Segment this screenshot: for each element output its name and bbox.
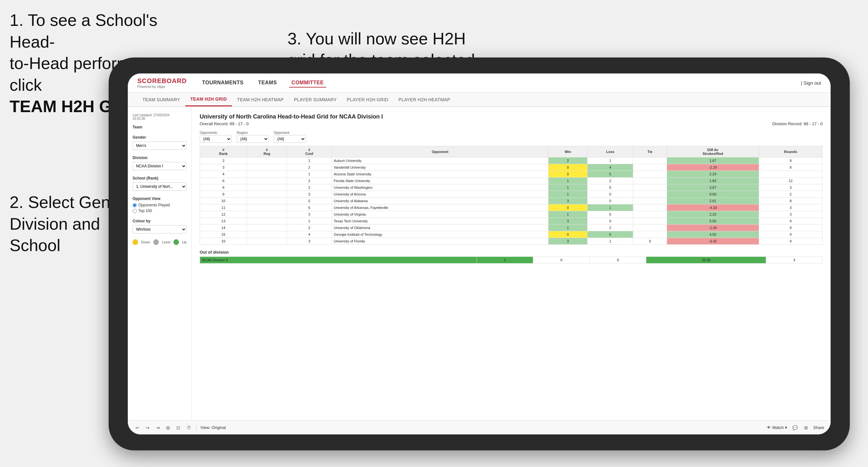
- sub-nav-player-h2h-heatmap[interactable]: PLAYER H2H HEATMAP: [393, 93, 455, 106]
- cell-tie: [633, 198, 667, 205]
- colour-by-select[interactable]: Win/loss: [132, 225, 187, 234]
- table-row: 4 1 Arizona State University 0 5 2.29: [200, 171, 823, 178]
- right-content: University of North Carolina Head-to-Hea…: [192, 107, 831, 421]
- cell-rounds: 9: [759, 224, 822, 231]
- overall-record: Overall Record: 89 - 17 - 0: [200, 121, 249, 126]
- filter-region-label: Region: [237, 131, 269, 134]
- cell-opponent: University of Washington: [332, 184, 548, 191]
- table-row: 15 4 Georgia Institute of Technology 0 5…: [200, 231, 823, 238]
- cell-tie: [633, 205, 667, 211]
- cell-rounds: 9: [759, 157, 822, 164]
- cell-reg: [247, 231, 287, 238]
- app-logo: SCOREBOARD Powered by clippi: [137, 77, 187, 89]
- cell-diff: 9.00: [667, 191, 759, 198]
- ood-rounds: 3: [766, 257, 823, 263]
- cell-diff: 5.56: [667, 218, 759, 224]
- nav-teams[interactable]: TEAMS: [255, 79, 280, 88]
- cell-loss: 0: [588, 218, 633, 224]
- cell-win: 1: [549, 184, 588, 191]
- record-row: Overall Record: 89 - 17 - 0 Division Rec…: [200, 121, 823, 126]
- cell-rank: 3: [200, 164, 247, 171]
- colour-by-label: Colour by: [132, 219, 187, 223]
- cell-tie: [633, 191, 667, 198]
- cell-diff: 1.67: [667, 157, 759, 164]
- filter-opponents-select[interactable]: (All): [200, 135, 231, 143]
- sub-nav-player-h2h-grid[interactable]: PLAYER H2H GRID: [342, 93, 394, 106]
- cell-conf: 3: [287, 238, 332, 245]
- cell-diff: -6.42: [667, 238, 759, 245]
- cell-rank: 16: [200, 238, 247, 245]
- share-button[interactable]: Share: [813, 425, 824, 430]
- nav-committee[interactable]: COMMITTEE: [289, 79, 327, 88]
- table-row: 12 3 University of Virginia 1 0 2.33 3: [200, 211, 823, 218]
- cell-loss: 0: [588, 184, 633, 191]
- cell-win: 0: [549, 231, 588, 238]
- cell-reg: [247, 238, 287, 245]
- cell-opponent: Auburn University: [332, 157, 548, 164]
- cell-win: 1: [549, 224, 588, 231]
- cell-loss: 2: [588, 178, 633, 184]
- cell-opponent: Vanderbilt University: [332, 164, 548, 171]
- clock-button[interactable]: ⏱: [185, 425, 192, 431]
- watch-label: Watch: [772, 425, 784, 430]
- division-select[interactable]: NCAA Division I: [132, 162, 187, 170]
- school-select[interactable]: 1. University of Nort...: [132, 182, 187, 191]
- cell-loss: 0: [588, 211, 633, 218]
- cell-conf: 2: [287, 184, 332, 191]
- cell-conf: 2: [287, 224, 332, 231]
- cell-rank: 13: [200, 218, 247, 224]
- ood-name: NCAA Division II: [200, 257, 477, 263]
- table-row: 13 1 Texas Tech University 3 0 5.56 9: [200, 218, 823, 224]
- cell-conf: 1: [287, 171, 332, 178]
- sub-nav-team-h2h-heatmap[interactable]: TEAM H2H HEATMAP: [232, 93, 289, 106]
- sub-nav-team-h2h-grid[interactable]: TEAM H2H GRID: [185, 93, 232, 106]
- sign-out[interactable]: | Sign out: [801, 80, 821, 86]
- grid-button[interactable]: ⊡: [175, 425, 182, 431]
- cell-tie: [633, 178, 667, 184]
- cell-win: 1: [549, 178, 588, 184]
- table-row: 9 3 University of Arizona 1 0 9.00 2: [200, 191, 823, 198]
- filter-region-select[interactable]: (All): [237, 135, 269, 143]
- legend-level-dot: [153, 239, 159, 245]
- col-rounds: Rounds: [759, 146, 822, 157]
- cell-diff: -2.29: [667, 164, 759, 171]
- annotation-line1: 1. To see a School's Head-: [9, 11, 157, 51]
- cell-rounds: 8: [759, 164, 822, 171]
- view-label: View: Original: [200, 425, 226, 430]
- cell-win: 1: [549, 211, 588, 218]
- forward-button[interactable]: ⇥: [155, 425, 161, 431]
- undo-button[interactable]: ↩: [134, 425, 141, 431]
- cell-conf: 4: [287, 231, 332, 238]
- cell-win: 1: [549, 191, 588, 198]
- filter-opponent-select[interactable]: (All): [274, 135, 306, 143]
- comment-button[interactable]: 💬: [791, 425, 799, 431]
- cell-tie: [633, 171, 667, 178]
- layout-button[interactable]: ⊞: [803, 425, 809, 431]
- col-tie: Tie: [633, 146, 667, 157]
- cell-reg: [247, 178, 287, 184]
- cell-reg: [247, 171, 287, 178]
- legend-up-dot: [174, 239, 179, 245]
- radio-opponents-played[interactable]: Opponents Played: [132, 203, 187, 207]
- colour-by-section: Colour by Win/loss: [132, 219, 187, 234]
- sub-nav-player-summary[interactable]: PLAYER SUMMARY: [289, 93, 342, 106]
- out-of-division-label: Out of division: [200, 250, 823, 255]
- radio-top-100[interactable]: Top 100: [132, 209, 187, 213]
- legend-level-label: Level: [162, 240, 170, 244]
- col-diff: Diff AvStrokes/Rnd: [667, 146, 759, 157]
- tablet-frame: SCOREBOARD Powered by clippi TOURNAMENTS…: [108, 58, 850, 450]
- cell-loss: 4: [588, 164, 633, 171]
- cell-reg: [247, 218, 287, 224]
- nav-tournaments[interactable]: TOURNAMENTS: [199, 79, 246, 88]
- cell-loss: 1: [588, 157, 633, 164]
- sub-nav-team-summary[interactable]: TEAM SUMMARY: [137, 93, 185, 106]
- watch-button[interactable]: 👁 Watch ▾: [767, 425, 787, 430]
- cell-conf: 3: [287, 211, 332, 218]
- redo-button[interactable]: ↪: [145, 425, 151, 431]
- annotation-mid-line3: School: [9, 236, 60, 255]
- cell-loss: 0: [588, 198, 633, 205]
- gender-select[interactable]: Men's: [132, 142, 187, 150]
- table-header-row: #Rank #Reg #Conf Opponent Win Loss Tie D…: [200, 146, 823, 157]
- cell-rounds: 3: [759, 205, 822, 211]
- copy-button[interactable]: ⊞: [165, 425, 171, 431]
